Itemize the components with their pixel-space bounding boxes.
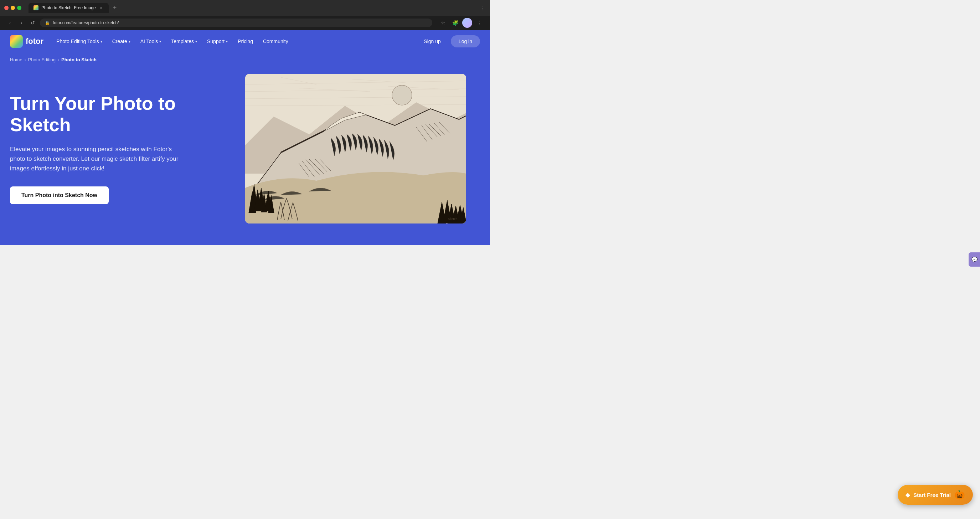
svg-text:sketch: sketch [448,217,458,221]
tab-bar: Photo to Sketch: Free Image × + [24,3,124,13]
back-button[interactable]: ‹ [6,19,14,27]
close-button[interactable] [4,6,8,10]
nav-label-photo-editing-tools: Photo Editing Tools [56,38,99,44]
url-display: fotor.com/features/photo-to-sketch/ [53,20,119,25]
new-tab-button[interactable]: + [110,4,120,12]
main-nav: fotor Photo Editing Tools ▾ Create ▾ AI … [0,30,490,53]
chevron-down-icon: ▾ [226,40,228,43]
logo[interactable]: fotor [10,35,43,48]
breadcrumb-home[interactable]: Home [10,57,22,62]
logo-icon [10,35,23,48]
traffic-lights [4,6,21,10]
nav-item-templates[interactable]: Templates ▾ [167,36,201,47]
maximize-button[interactable] [17,6,21,10]
nav-item-pricing[interactable]: Pricing [234,36,257,47]
bookmark-icon[interactable]: ☆ [438,18,448,28]
nav-label-ai-tools: AI Tools [140,38,158,44]
browser-actions: ☆ 🧩 ⋮ [438,18,484,28]
extension-icon[interactable]: 🧩 [450,18,460,28]
nav-item-support[interactable]: Support ▾ [203,36,232,47]
forward-button[interactable]: › [17,19,25,27]
chevron-down-icon: ▾ [129,40,130,43]
nav-label-community: Community [263,38,288,44]
nav-item-ai-tools[interactable]: AI Tools ▾ [136,36,166,47]
address-bar-row: ‹ › ↺ 🔒 fotor.com/features/photo-to-sket… [0,16,490,30]
nav-label-pricing: Pricing [238,38,253,44]
nav-label-support: Support [207,38,224,44]
breadcrumb: Home › Photo Editing › Photo to Sketch [0,53,490,65]
chevron-down-icon: ▾ [159,40,161,43]
titlebar: Photo to Sketch: Free Image × + ⋮ [0,0,490,16]
nav-label-create: Create [112,38,127,44]
active-tab[interactable]: Photo to Sketch: Free Image × [29,3,109,13]
avatar[interactable] [462,18,472,28]
logo-text: fotor [25,37,43,46]
tab-title: Photo to Sketch: Free Image [41,5,96,10]
svg-point-9 [392,85,412,105]
breadcrumb-separator-1: › [25,57,26,62]
signup-button[interactable]: Sign up [418,36,446,47]
tab-favicon [33,5,38,10]
minimize-button[interactable] [11,6,15,10]
browser-menu-button[interactable]: ⋮ [474,18,484,28]
website: fotor Photo Editing Tools ▾ Create ▾ AI … [0,30,490,245]
mountain-sketch-svg: sketch [245,74,466,223]
breadcrumb-current: Photo to Sketch [61,57,97,62]
hero-right: sketch [231,74,480,223]
reload-button[interactable]: ↺ [29,19,37,27]
login-button[interactable]: Log in [451,35,480,48]
tab-close-button[interactable]: × [99,5,104,10]
nav-label-templates: Templates [171,38,194,44]
hero-title: Turn Your Photo to Sketch [10,93,217,136]
sketch-preview-image: sketch [245,74,466,223]
nav-item-create[interactable]: Create ▾ [108,36,135,47]
nav-actions: Sign up Log in [418,35,480,48]
hero-left: Turn Your Photo to Sketch Elevate your i… [10,93,217,204]
browser-chrome: Photo to Sketch: Free Image × + ⋮ ‹ › ↺ … [0,0,490,30]
nav-items: Photo Editing Tools ▾ Create ▾ AI Tools … [52,36,418,47]
profile-icon[interactable] [462,18,472,28]
cta-button[interactable]: Turn Photo into Sketch Now [10,186,109,204]
chevron-down-icon: ▾ [195,40,197,43]
security-lock-icon: 🔒 [45,21,50,25]
address-bar[interactable]: 🔒 fotor.com/features/photo-to-sketch/ [40,19,432,27]
breadcrumb-separator-2: › [58,57,59,62]
hero-section: Turn Your Photo to Sketch Elevate your i… [0,65,490,245]
nav-item-community[interactable]: Community [259,36,293,47]
hero-description: Elevate your images to stunning pencil s… [10,144,188,174]
breadcrumb-photo-editing[interactable]: Photo Editing [28,57,56,62]
window-overflow-button[interactable]: ⋮ [480,5,486,11]
nav-item-photo-editing-tools[interactable]: Photo Editing Tools ▾ [52,36,107,47]
chevron-down-icon: ▾ [100,40,102,43]
